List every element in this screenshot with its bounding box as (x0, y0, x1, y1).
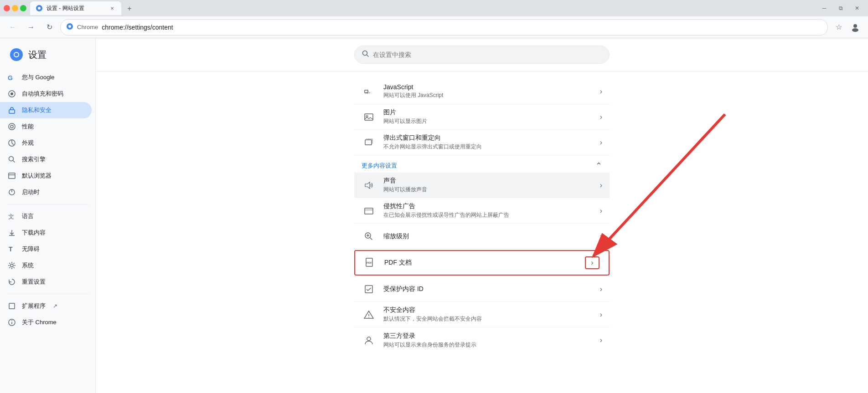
settings-item-sound[interactable]: 声音 网站可以播放声音 › (354, 173, 610, 198)
sidebar-label-startup: 启动时 (22, 188, 40, 196)
bookmark-btn[interactable]: ☆ (832, 20, 846, 35)
search-input[interactable] (373, 51, 602, 58)
search-box[interactable] (354, 46, 610, 64)
minimize-btn[interactable]: ─ (817, 1, 832, 15)
downloads-icon (7, 228, 16, 237)
sidebar-item-language[interactable]: 文 语言 (0, 208, 92, 225)
more-section-title: 更多内容设置 (362, 162, 397, 170)
sidebar-item-default-browser[interactable]: 默认浏览器 (0, 168, 92, 184)
pdf-content: PDF 文档 (384, 255, 578, 271)
profile-btn[interactable] (848, 20, 863, 35)
sidebar-item-performance[interactable]: 性能 (0, 118, 92, 135)
refresh-btn[interactable]: ↻ (42, 20, 57, 35)
zoom-arrow: › (600, 232, 602, 240)
address-bar[interactable]: Chrome chrome://settings/content (60, 19, 828, 36)
sidebar-label-google: 您与 Google (22, 73, 55, 82)
new-tab-btn[interactable]: + (123, 2, 136, 15)
content-wrapper: </> JavaScript 网站可以使用 JavaScript › (96, 38, 868, 393)
protected-content-icon (362, 282, 376, 296)
sidebar: 设置 G 您与 Google 自动填充和密码 隐私和安全 (0, 38, 96, 393)
javascript-desc: 网站可以使用 JavaScript (383, 92, 593, 99)
sidebar-label-browser: 默认浏览器 (22, 172, 52, 180)
sidebar-item-reset[interactable]: 重置设置 (0, 274, 92, 290)
insecure-desc: 默认情况下，安全网站会拦截不安全内容 (383, 315, 593, 323)
popups-icon (362, 135, 376, 150)
settings-item-insecure[interactable]: 不安全内容 默认情况下，安全网站会拦截不安全内容 › (354, 302, 610, 327)
javascript-title: JavaScript (383, 83, 593, 91)
maximize-window-btn[interactable] (20, 5, 26, 11)
active-tab[interactable]: 设置 - 网站设置 ✕ (30, 1, 121, 15)
sidebar-label-language: 语言 (22, 212, 34, 220)
close-btn[interactable]: ✕ (850, 1, 864, 15)
url-display: chrome://settings/content (102, 24, 822, 31)
svg-rect-12 (9, 110, 15, 113)
zoom-icon (362, 229, 376, 244)
settings-item-third-party-login[interactable]: 第三方登录 网站可以显示来自身份服务的登录提示 › (354, 327, 610, 353)
sound-title: 声音 (383, 177, 593, 185)
language-icon: 文 (7, 212, 16, 221)
popups-title: 弹出式窗口和重定向 (383, 134, 593, 142)
restore-btn[interactable]: ⧉ (833, 1, 848, 15)
settings-item-images[interactable]: 图片 网站可以显示图片 › (354, 104, 610, 130)
tab-bar: 设置 - 网站设置 ✕ + (28, 1, 815, 15)
back-btn[interactable]: ← (5, 20, 20, 35)
insecure-content: 不安全内容 默认情况下，安全网站会拦截不安全内容 (383, 302, 593, 327)
pdf-title: PDF 文档 (384, 259, 578, 267)
zoom-title: 缩放级别 (383, 232, 593, 240)
third-party-login-desc: 网站可以显示来自身份服务的登录提示 (383, 341, 593, 349)
sidebar-item-about[interactable]: 关于 Chrome (0, 314, 92, 331)
content-area: 设置 G 您与 Google 自动填充和密码 隐私和安全 (0, 38, 868, 393)
sidebar-label-downloads: 下载内容 (22, 229, 46, 237)
svg-rect-26 (9, 303, 15, 309)
third-party-login-title: 第三方登录 (383, 332, 593, 340)
sound-desc: 网站可以播放声音 (383, 186, 593, 194)
forward-btn[interactable]: → (24, 20, 38, 35)
nav-bar: ← → ↻ Chrome chrome://settings/content ☆ (0, 16, 868, 38)
settings-item-pdf[interactable]: PDF PDF 文档 › (354, 250, 610, 276)
collapse-btn[interactable]: ⌃ (595, 161, 602, 171)
images-icon (362, 110, 376, 124)
svg-rect-34 (365, 114, 373, 120)
settings-item-zoom[interactable]: 缩放级别 › (354, 224, 610, 249)
svg-line-31 (367, 55, 369, 57)
search-engine-icon (7, 155, 16, 164)
sidebar-item-startup[interactable]: 启动时 (0, 184, 92, 200)
settings-item-popups[interactable]: 弹出式窗口和重定向 不允许网站显示弹出式窗口或使用重定向 › (354, 130, 610, 155)
sidebar-item-accessibility[interactable]: T 无障碍 (0, 241, 92, 257)
svg-point-3 (68, 25, 71, 28)
svg-point-14 (10, 125, 13, 128)
settings-item-intrusive-ads[interactable]: 侵扰性广告 在已知会展示侵扰性或误导性广告的网站上屏蔽广告 › (354, 198, 610, 224)
images-title: 图片 (383, 108, 593, 117)
sidebar-item-appearance[interactable]: 外观 (0, 135, 92, 151)
more-section-header: 更多内容设置 ⌃ (354, 155, 610, 173)
close-window-btn[interactable] (4, 5, 10, 11)
tab-close-btn[interactable]: ✕ (108, 5, 116, 12)
external-link-icon: ↗ (53, 303, 57, 309)
popups-desc: 不允许网站显示弹出式窗口或使用重定向 (383, 143, 593, 151)
sidebar-item-autofill[interactable]: 自动填充和密码 (0, 86, 92, 102)
sidebar-label-autofill: 自动填充和密码 (22, 90, 63, 98)
sidebar-item-extensions[interactable]: 扩展程序 ↗ (0, 298, 92, 314)
svg-text:T: T (9, 245, 13, 253)
performance-icon (7, 122, 16, 131)
accessibility-icon: T (7, 245, 16, 254)
pdf-arrow-btn[interactable]: › (585, 256, 599, 269)
sidebar-item-search-engine[interactable]: 搜索引擎 (0, 151, 92, 168)
intrusive-ads-arrow: › (600, 207, 602, 215)
sidebar-item-system[interactable]: 系统 (0, 257, 92, 274)
third-party-login-arrow: › (600, 336, 602, 344)
sidebar-item-privacy[interactable]: 隐私和安全 (0, 102, 92, 118)
settings-item-javascript[interactable]: </> JavaScript 网站可以使用 JavaScript › (354, 79, 610, 104)
reset-icon (7, 277, 16, 286)
protected-content-title: 受保护内容 ID (383, 285, 593, 293)
sidebar-title: 设置 (28, 49, 46, 61)
autofill-icon (7, 89, 16, 98)
svg-point-16 (9, 157, 14, 161)
svg-point-13 (9, 123, 15, 130)
settings-item-protected-content[interactable]: 受保护内容 ID › (354, 276, 610, 302)
svg-line-17 (13, 161, 15, 163)
sidebar-item-google[interactable]: G 您与 Google (0, 69, 92, 86)
svg-line-41 (370, 237, 372, 240)
sidebar-item-downloads[interactable]: 下载内容 (0, 225, 92, 241)
minimize-window-btn[interactable] (12, 5, 18, 11)
